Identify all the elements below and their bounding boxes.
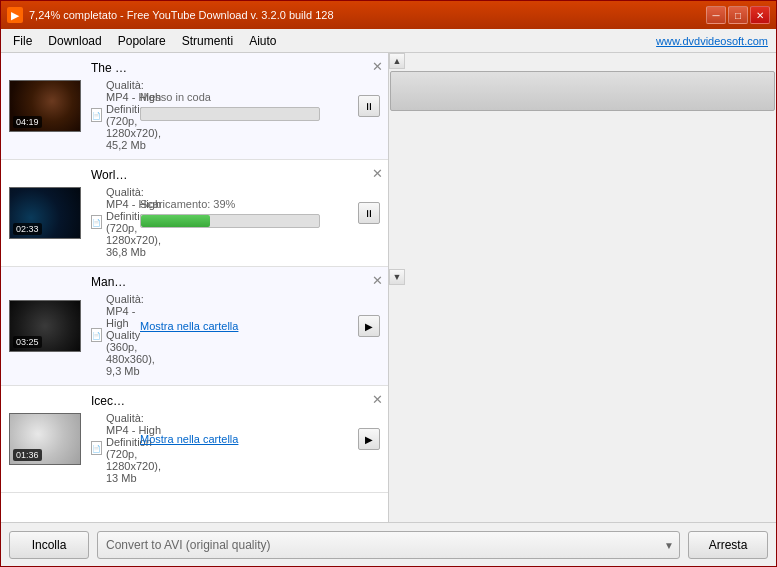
status-text-godfather: Messo in coda xyxy=(140,91,211,103)
close-item-godfather[interactable]: ✕ xyxy=(370,59,384,73)
duration-godfather: 04:19 xyxy=(13,116,42,128)
pause-button-wow[interactable]: ⏸ xyxy=(358,202,380,224)
restore-button[interactable]: □ xyxy=(728,6,748,24)
convert-select[interactable]: Convert to AVI (original quality) Conver… xyxy=(97,531,680,559)
window-title: 7,24% completato - Free YouTube Download… xyxy=(29,9,706,21)
main-body: 04:19 The Godfather: Part III (1990) Tra… xyxy=(1,53,776,522)
scrollbar-down-button[interactable]: ▼ xyxy=(389,269,405,285)
play-button-icecapade[interactable]: ▶ xyxy=(358,428,380,450)
item-title-wow: World of Warcraft: Cataclysm Cinematic T… xyxy=(91,168,130,182)
thumbnail-wow: 02:33 xyxy=(9,187,81,239)
duration-icecapade: 01:36 xyxy=(13,449,42,461)
download-item-godfather: 04:19 The Godfather: Part III (1990) Tra… xyxy=(1,53,388,160)
close-item-wow[interactable]: ✕ xyxy=(370,166,384,180)
close-item-icecapade[interactable]: ✕ xyxy=(370,392,384,406)
item-status-wow: Scaricamento: 39% xyxy=(130,198,350,228)
file-icon-icecapade: 📄 xyxy=(91,441,102,455)
duration-manhunt: 03:25 xyxy=(13,336,42,348)
item-info-icecapade: Icecapade - Simon's Cat 📄 Qualità: MP4 -… xyxy=(91,394,130,484)
download-item-wow: 02:33 World of Warcraft: Cataclysm Cinem… xyxy=(1,160,388,267)
file-icon-godfather: 📄 xyxy=(91,108,102,122)
item-title-godfather: The Godfather: Part III (1990) Trailer (… xyxy=(91,61,130,75)
menu-file[interactable]: File xyxy=(5,32,40,50)
thumbnail-manhunt: 03:25 xyxy=(9,300,81,352)
menu-download[interactable]: Download xyxy=(40,32,109,50)
folder-link-manhunt[interactable]: Mostra nella cartella xyxy=(140,320,238,332)
status-text-wow: Scaricamento: 39% xyxy=(140,198,235,210)
item-quality-icecapade: 📄 Qualità: MP4 - High Definition (720p, … xyxy=(91,412,130,484)
minimize-button[interactable]: ─ xyxy=(706,6,726,24)
download-item-icecapade: 01:36 Icecapade - Simon's Cat 📄 Qualità:… xyxy=(1,386,388,493)
progress-bar-wow xyxy=(140,214,320,228)
download-list: 04:19 The Godfather: Part III (1990) Tra… xyxy=(1,53,388,522)
item-status-godfather: Messo in coda xyxy=(130,91,350,121)
scrollbar-up-button[interactable]: ▲ xyxy=(389,53,405,69)
close-button[interactable]: ✕ xyxy=(750,6,770,24)
item-status-icecapade: Mostra nella cartella xyxy=(130,433,350,445)
folder-link-icecapade[interactable]: Mostra nella cartella xyxy=(140,433,238,445)
progress-bar-godfather xyxy=(140,107,320,121)
title-bar: ▶ 7,24% completato - Free YouTube Downlo… xyxy=(1,1,776,29)
website-link[interactable]: www.dvdvideosoft.com xyxy=(656,35,772,47)
stop-button[interactable]: Arresta xyxy=(688,531,768,559)
action-buttons-wow: ⏸ xyxy=(358,202,380,224)
file-icon-manhunt: 📄 xyxy=(91,328,102,342)
menu-bar: File Download Popolare Strumenti Aiuto w… xyxy=(1,29,776,53)
item-quality-godfather: 📄 Qualità: MP4 - High Definition (720p, … xyxy=(91,79,130,151)
download-item-manhunt: 03:25 Manhunt - Executions (High Quality… xyxy=(1,267,388,386)
close-item-manhunt[interactable]: ✕ xyxy=(370,273,384,287)
item-info-godfather: The Godfather: Part III (1990) Trailer (… xyxy=(91,61,130,151)
pause-button-godfather[interactable]: ⏸ xyxy=(358,95,380,117)
menu-strumenti[interactable]: Strumenti xyxy=(174,32,241,50)
action-buttons-manhunt: ▶ xyxy=(358,315,380,337)
scrollbar: ▲ ▼ xyxy=(388,53,776,522)
menu-popolare[interactable]: Popolare xyxy=(110,32,174,50)
item-info-wow: World of Warcraft: Cataclysm Cinematic T… xyxy=(91,168,130,258)
file-icon-wow: 📄 xyxy=(91,215,102,229)
action-buttons-godfather: ⏸ xyxy=(358,95,380,117)
item-quality-manhunt: 📄 Qualità: MP4 - High Quality (360p, 480… xyxy=(91,293,130,377)
main-window: ▶ 7,24% completato - Free YouTube Downlo… xyxy=(0,0,777,567)
footer: Incolla Convert to AVI (original quality… xyxy=(1,522,776,566)
scrollbar-thumb[interactable] xyxy=(390,71,775,111)
item-info-manhunt: Manhunt - Executions (High Quality) 📄 Qu… xyxy=(91,275,130,377)
play-button-manhunt[interactable]: ▶ xyxy=(358,315,380,337)
app-icon: ▶ xyxy=(7,7,23,23)
action-buttons-icecapade: ▶ xyxy=(358,428,380,450)
paste-button[interactable]: Incolla xyxy=(9,531,89,559)
menu-aiuto[interactable]: Aiuto xyxy=(241,32,284,50)
item-title-icecapade: Icecapade - Simon's Cat xyxy=(91,394,130,408)
item-status-manhunt: Mostra nella cartella xyxy=(130,320,350,332)
thumbnail-icecapade: 01:36 xyxy=(9,413,81,465)
convert-wrapper: Convert to AVI (original quality) Conver… xyxy=(97,531,680,559)
item-title-manhunt: Manhunt - Executions (High Quality) xyxy=(91,275,130,289)
thumbnail-godfather: 04:19 xyxy=(9,80,81,132)
item-quality-wow: 📄 Qualità: MP4 - High Definition (720p, … xyxy=(91,186,130,258)
duration-wow: 02:33 xyxy=(13,223,42,235)
window-controls: ─ □ ✕ xyxy=(706,6,770,24)
